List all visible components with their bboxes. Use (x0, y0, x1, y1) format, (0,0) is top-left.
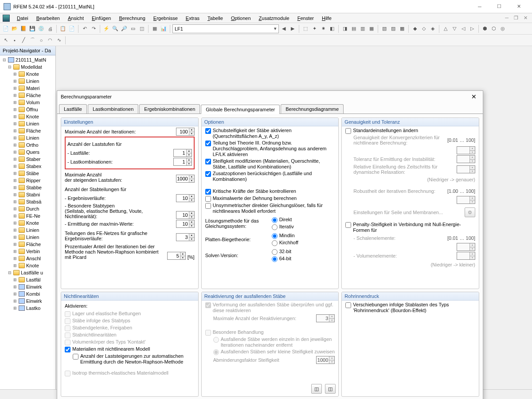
cb-stiff[interactable]: Steifigkeit modifizieren (Materialien, Q… (205, 158, 335, 170)
tb-cube-icon[interactable]: ◫ (138, 25, 146, 33)
tree-item[interactable]: Stabni (26, 192, 40, 197)
tree-item[interactable]: Stabbe (26, 185, 42, 190)
tree-item[interactable]: Öffnu (26, 107, 38, 112)
tb-undo-icon[interactable]: ↶ (81, 25, 89, 33)
tb-paste-icon[interactable]: 📄 (68, 25, 76, 33)
tb-copy-icon[interactable]: 📋 (59, 25, 67, 33)
co-spin[interactable]: ▲▼ (173, 158, 192, 166)
tree-item[interactable]: FE-Ne (26, 213, 40, 219)
tb-i8-icon[interactable]: ▦ (368, 25, 376, 33)
tb2-e-icon[interactable]: ○ (37, 36, 45, 44)
expand-icon[interactable]: ⊞ (12, 121, 17, 126)
menu-bearbeiten[interactable]: Bearbeiten (33, 15, 63, 22)
expand-icon[interactable]: ⊞ (12, 249, 17, 254)
tab-lastkombinationen[interactable]: Lastkombinationen (88, 104, 138, 113)
femesh-spin[interactable]: ▲▼ (176, 233, 195, 241)
tb-i21-icon[interactable]: ◎ (499, 25, 507, 33)
expand-icon[interactable]: ⊞ (12, 93, 17, 98)
tree-item[interactable]: Durch (26, 206, 39, 211)
lc-spin[interactable]: ▲▼ (173, 149, 192, 157)
cb-std[interactable]: Standardeinstellungen ändern (345, 128, 475, 134)
radio-32bit[interactable]: 32-bit (272, 249, 292, 255)
menu-extras[interactable]: Extras (182, 15, 203, 22)
expand-icon[interactable]: ⊞ (12, 263, 17, 268)
tb-i13-icon[interactable]: ◇ (420, 25, 428, 33)
mdi-close[interactable]: ✕ (522, 15, 529, 21)
expand-icon[interactable]: ⊞ (12, 107, 17, 112)
expand-icon[interactable]: ⊞ (12, 114, 17, 119)
tb-i6-icon[interactable]: ▤ (350, 25, 358, 33)
mdi-minimize[interactable]: ─ (503, 15, 510, 21)
menu-tabelle[interactable]: Tabelle (204, 15, 227, 22)
tb-box-icon[interactable]: ▭ (129, 25, 137, 33)
tb-i1-icon[interactable]: ⬚ (301, 25, 309, 33)
tree-item[interactable]: Ortho (26, 142, 39, 148)
tb-i12-icon[interactable]: ◆ (411, 25, 419, 33)
picard-spin[interactable]: ▲▼ (167, 252, 186, 260)
tb-tbl-icon[interactable]: ▦ (151, 25, 159, 33)
tree-item[interactable]: Linien (26, 135, 39, 141)
expand-icon[interactable]: ⊞ (12, 129, 17, 133)
menu-optionen[interactable]: Optionen (227, 15, 254, 22)
tree-item[interactable]: Lastko (26, 305, 40, 311)
tb-i3-icon[interactable]: ✷ (319, 25, 327, 33)
tab-lastfaelle[interactable]: Lastfälle (59, 104, 87, 113)
cb-bourdon[interactable]: Verschiebungen infolge Stablasten des Ty… (345, 302, 475, 313)
expand-icon[interactable]: ⊞ (12, 200, 17, 204)
tb-i20-icon[interactable]: ⬡ (490, 25, 498, 33)
radio-mindlin[interactable]: Mindlin (272, 233, 298, 239)
expand-icon[interactable]: ⊞ (12, 171, 17, 176)
expand-icon[interactable]: ⊟ (7, 65, 12, 69)
expand-icon[interactable]: ⊞ (12, 221, 17, 225)
expand-icon[interactable]: ⊞ (12, 157, 17, 161)
minimize-button[interactable]: ─ (470, 0, 489, 13)
menu-fenster[interactable]: Fenster (294, 15, 317, 22)
tb-i10-icon[interactable]: ▨ (389, 25, 397, 33)
max-iter-spin[interactable]: ▲▼ (176, 128, 195, 136)
expand-icon[interactable]: ⊞ (12, 299, 17, 303)
cb-penalty[interactable]: Penalty-Steifigkeit in Verbindung mit Nu… (345, 222, 475, 233)
expand-icon[interactable]: ⊞ (12, 164, 17, 168)
radio-direct[interactable]: Direkt (272, 217, 294, 223)
radio-64bit[interactable]: 64-bit (272, 256, 292, 262)
expand-icon[interactable]: ⊞ (12, 143, 17, 147)
tree-item[interactable]: Knote (26, 263, 39, 268)
tree-item[interactable]: Fläche (26, 128, 41, 133)
menu-hilfe[interactable]: Hilfe (318, 15, 335, 22)
close-button[interactable]: ✕ (509, 0, 528, 13)
tree-item[interactable]: Stabsä (26, 199, 41, 204)
radio-kirchhoff[interactable]: Kirchhoff (272, 240, 298, 246)
tree-item[interactable]: Knote (26, 114, 39, 119)
expand-icon[interactable]: ⊞ (12, 235, 17, 239)
tb-i7-icon[interactable]: ▥ (359, 25, 367, 33)
tb-saveall-icon[interactable]: 💿 (37, 25, 45, 33)
expand-icon[interactable]: ⊟ (7, 270, 12, 275)
spec-spin[interactable]: ▲▼ (176, 211, 195, 219)
expand-icon[interactable]: ⊞ (12, 185, 17, 190)
tree-root-label[interactable]: 210111_MatN (16, 57, 46, 63)
expand-icon[interactable]: ⊞ (12, 256, 17, 261)
dialog-close-icon[interactable]: ✕ (469, 92, 479, 101)
tb2-d-icon[interactable]: ⌒ (28, 36, 36, 44)
menu-ergebnisse[interactable]: Ergebnisse (150, 15, 181, 22)
tree-item[interactable]: Verbin (26, 249, 40, 254)
tree-item[interactable]: Knote (26, 220, 39, 226)
expand-icon[interactable]: ⊞ (12, 79, 17, 83)
tb2-a-icon[interactable]: ↖ (2, 36, 10, 44)
tree-item[interactable]: Linien (26, 235, 39, 240)
expand-icon[interactable]: ⊞ (12, 72, 17, 76)
tb-i14-icon[interactable]: ◈ (429, 25, 437, 33)
cb-th3[interactable]: Teilung bei Theorie III. Ordnung bzw. Du… (205, 140, 335, 157)
cb-unsym[interactable]: Unsymmetrischer direkter Gleichungslöser… (205, 203, 335, 214)
tb-tool-a-icon[interactable]: ⚡ (102, 25, 110, 33)
tb-i16-icon[interactable]: ▽ (450, 25, 458, 33)
tree-item[interactable]: Quers (26, 149, 39, 155)
expand-icon[interactable]: ⊞ (12, 214, 17, 218)
opts-button-1[interactable]: ◫ (311, 384, 322, 394)
opts-button-2[interactable]: ◫ (325, 384, 336, 394)
tb-tool-b-icon[interactable]: 🔍 (111, 25, 119, 33)
expand-icon[interactable]: ⊞ (12, 100, 17, 105)
expand-icon[interactable]: ⊟ (2, 58, 7, 62)
tb-i4-icon[interactable]: ◧ (328, 25, 336, 33)
tb-open-icon[interactable]: 📂 (11, 25, 19, 33)
